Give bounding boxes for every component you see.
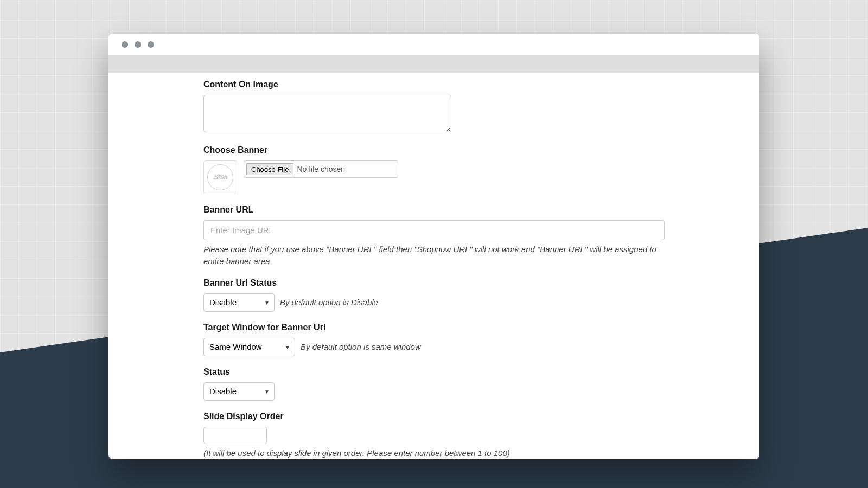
label-slide-display-order: Slide Display Order bbox=[203, 412, 665, 421]
label-banner-url-status: Banner Url Status bbox=[203, 278, 665, 288]
content-on-image-textarea[interactable] bbox=[203, 95, 451, 132]
banner-url-status-hint: By default option is Disable bbox=[280, 297, 378, 309]
status-value: Disable bbox=[209, 387, 237, 396]
file-chosen-status: No file chosen bbox=[297, 165, 345, 174]
choose-file-button[interactable]: Choose File bbox=[246, 163, 293, 175]
chevron-down-icon: ▼ bbox=[285, 344, 290, 350]
slide-display-order-input[interactable] bbox=[203, 427, 267, 444]
label-banner-url: Banner URL bbox=[203, 205, 665, 215]
slide-display-order-hint: (It will be used to display slide in giv… bbox=[203, 447, 665, 459]
no-image-available-icon: NO IMAGE AVAILABLE bbox=[207, 164, 233, 190]
status-select[interactable]: Disable ▼ bbox=[203, 382, 275, 401]
file-input-wrapper[interactable]: Choose File No file chosen bbox=[244, 160, 398, 178]
window-toolbar-strip bbox=[108, 55, 760, 73]
label-content-on-image: Content On Image bbox=[203, 80, 665, 89]
target-window-select[interactable]: Same Window ▼ bbox=[203, 338, 295, 356]
browser-window: Content On Image Choose Banner NO IMAGE … bbox=[108, 34, 760, 459]
banner-url-status-value: Disable bbox=[209, 298, 237, 307]
window-dot-2 bbox=[135, 41, 141, 48]
window-dot-1 bbox=[122, 41, 128, 48]
banner-url-status-select[interactable]: Disable ▼ bbox=[203, 293, 275, 312]
banner-url-hint: Please note that if you use above "Banne… bbox=[203, 243, 665, 267]
target-window-value: Same Window bbox=[209, 342, 262, 351]
label-target-window: Target Window for Banner Url bbox=[203, 323, 665, 332]
window-dot-3 bbox=[148, 41, 154, 48]
label-choose-banner: Choose Banner bbox=[203, 145, 665, 155]
window-titlebar bbox=[108, 34, 760, 55]
chevron-down-icon: ▼ bbox=[264, 388, 270, 394]
chevron-down-icon: ▼ bbox=[264, 299, 270, 305]
form-content: Content On Image Choose Banner NO IMAGE … bbox=[108, 73, 760, 459]
banner-url-input[interactable] bbox=[203, 220, 665, 240]
target-window-hint: By default option is same window bbox=[301, 341, 421, 353]
label-status: Status bbox=[203, 367, 665, 377]
banner-thumbnail: NO IMAGE AVAILABLE bbox=[203, 160, 237, 194]
